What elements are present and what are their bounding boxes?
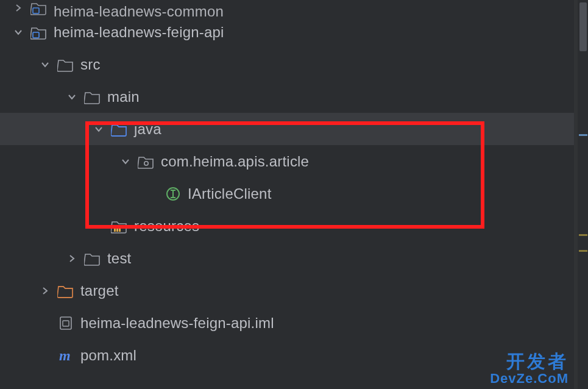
tree-item-label: src: [80, 56, 101, 73]
tree-item[interactable]: com.heima.apis.article: [0, 145, 588, 177]
tree-item[interactable]: src: [0, 48, 588, 80]
svg-rect-10: [60, 317, 71, 329]
tree-item-label: java: [134, 121, 161, 138]
tree-item-label: test: [107, 250, 131, 267]
scrollbar-thumb[interactable]: [579, 2, 587, 51]
tree-item[interactable]: target: [0, 274, 588, 307]
tree-item[interactable]: main: [0, 80, 588, 113]
module-folder-icon: [30, 1, 48, 15]
src-folder-icon: [111, 122, 128, 137]
tree-item[interactable]: heima-leadnews-common: [0, 0, 588, 16]
svg-text:m: m: [59, 348, 71, 363]
tree-item[interactable]: heima-leadnews-feign-api.iml: [0, 307, 588, 339]
tree-item-label: heima-leadnews-feign-api: [54, 24, 224, 41]
svg-point-2: [144, 161, 148, 165]
tree-item-label: com.heima.apis.article: [161, 153, 309, 170]
tree-item[interactable]: heima-leadnews-feign-api: [0, 16, 588, 48]
chevron-down-icon[interactable]: [119, 155, 132, 168]
chevron-down-icon[interactable]: [66, 91, 78, 103]
svg-rect-0: [33, 8, 39, 13]
chevron-right-icon[interactable]: [12, 2, 24, 14]
project-tree: heima-leadnews-common heima-leadnews-fei…: [0, 0, 588, 371]
chevron-down-icon[interactable]: [12, 26, 24, 38]
chevron-down-icon[interactable]: [93, 123, 105, 135]
iml-file-icon: [57, 316, 74, 330]
package-icon: [138, 154, 155, 169]
target-folder-icon: [57, 284, 74, 298]
interface-icon: [165, 187, 182, 201]
svg-rect-1: [33, 32, 39, 38]
tree-item[interactable]: java: [0, 113, 588, 145]
chevron-down-icon[interactable]: [39, 59, 51, 71]
tree-item-label: IArticleClient: [188, 185, 272, 202]
tree-item[interactable]: IArticleClient: [0, 177, 588, 210]
tree-item[interactable]: mpom.xml: [0, 339, 588, 371]
chevron-right-icon[interactable]: [39, 285, 51, 297]
tree-item-label: main: [107, 88, 140, 105]
res-folder-icon: [111, 219, 128, 234]
tree-item-label: resources: [134, 218, 199, 235]
tree-item-label: pom.xml: [80, 347, 136, 364]
maven-icon: m: [57, 348, 74, 363]
tree-item[interactable]: resources: [0, 210, 588, 242]
folder-icon: [84, 251, 101, 266]
folder-icon: [57, 57, 74, 72]
svg-rect-7: [114, 227, 116, 232]
svg-rect-8: [116, 227, 118, 232]
tree-item-label: target: [80, 282, 119, 299]
chevron-right-icon[interactable]: [66, 252, 78, 265]
tree-item[interactable]: test: [0, 242, 588, 274]
svg-rect-11: [63, 321, 69, 326]
tree-item-label: heima-leadnews-feign-api.iml: [80, 315, 274, 332]
vertical-scrollbar[interactable]: [577, 0, 588, 389]
module-folder-icon: [30, 25, 48, 40]
svg-rect-9: [119, 227, 121, 232]
folder-icon: [84, 90, 101, 104]
